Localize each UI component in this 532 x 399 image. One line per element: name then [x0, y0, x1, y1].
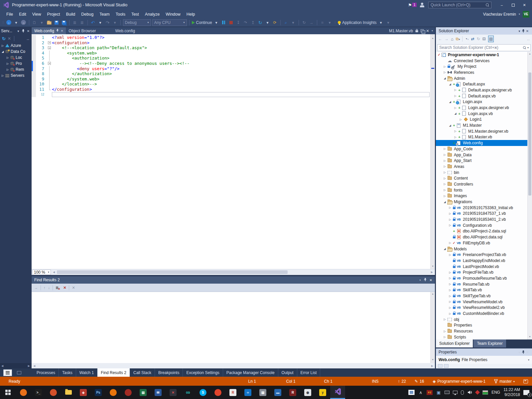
- expand-icon[interactable]: ▷: [453, 130, 458, 133]
- close-icon[interactable]: ✕: [426, 29, 429, 33]
- breakpoint-margin[interactable]: [32, 87, 36, 92]
- tree-item[interactable]: ▷Controllers: [436, 181, 532, 187]
- panel-tab-output[interactable]: Output: [278, 368, 297, 377]
- branch-indicator[interactable]: master ▴: [494, 379, 515, 384]
- panel-tab-error-list[interactable]: Error List: [297, 368, 321, 377]
- expand-icon[interactable]: ▷: [448, 253, 452, 256]
- properties-panel-header[interactable]: Properties ▾ ✕: [436, 348, 532, 356]
- menu-help[interactable]: Help: [184, 12, 198, 17]
- server-tree-item-data-co[interactable]: ◢Data Co: [0, 49, 31, 55]
- server-tree-item-rem[interactable]: ▷Rem: [0, 66, 31, 72]
- tray-panel-icon[interactable]: [408, 390, 415, 395]
- collapse-icon[interactable]: ◢: [443, 77, 447, 80]
- taskbar-app-remote-desktop[interactable]: ▬: [270, 386, 285, 399]
- undo-caret-icon[interactable]: ▾: [97, 19, 103, 26]
- breakpoint-margin[interactable]: [32, 51, 36, 56]
- forward-button[interactable]: →: [445, 37, 449, 41]
- refresh-button[interactable]: ↻: [477, 37, 480, 41]
- expand-icon[interactable]: ▷: [443, 159, 447, 162]
- menu-team[interactable]: Team: [96, 12, 113, 17]
- avatar[interactable]: VE: [523, 11, 529, 18]
- next-result-button[interactable]: ↓: [48, 286, 50, 290]
- step-into-button[interactable]: ↧: [235, 19, 241, 26]
- navigate-backward-button[interactable]: ←: [6, 19, 12, 26]
- search-options-caret-icon[interactable]: ▾: [527, 46, 529, 49]
- mouse-tray-icon[interactable]: [461, 390, 464, 395]
- fold-margin[interactable]: [47, 45, 52, 51]
- fold-margin[interactable]: [47, 66, 52, 71]
- tree-item[interactable]: ◢+Login.aspx.vb: [436, 111, 532, 117]
- expand-icon[interactable]: ▷: [443, 71, 447, 74]
- expand-icon[interactable]: ▷: [448, 283, 452, 286]
- tree-item[interactable]: ▷+M1.Master.vb: [436, 134, 532, 140]
- expand-icon[interactable]: ▷: [448, 271, 452, 274]
- expand-icon[interactable]: ▷: [448, 218, 452, 221]
- expand-icon[interactable]: ▷: [448, 277, 452, 280]
- maximize-button[interactable]: [507, 1, 519, 9]
- expand-icon[interactable]: ▷: [453, 136, 458, 139]
- taskbar-app-file-explorer[interactable]: [61, 386, 76, 399]
- tree-item[interactable]: ▷fonts: [436, 187, 532, 193]
- comment-button[interactable]: ⌗: [320, 19, 326, 26]
- server-explorer-hscrollbar[interactable]: ◀▶: [0, 363, 31, 368]
- collapse-icon[interactable]: ◢: [453, 112, 458, 115]
- start-button[interactable]: [0, 386, 16, 399]
- tree-item[interactable]: ◢Models: [436, 246, 532, 252]
- tree-item[interactable]: dbo.AllProject.data.sql: [436, 234, 532, 240]
- tree-item[interactable]: ▷VBSkillTypeTab.vb: [436, 293, 532, 299]
- categorized-view-button[interactable]: [438, 364, 443, 368]
- expand-icon[interactable]: ▷: [6, 62, 10, 65]
- expand-icon[interactable]: ▷: [459, 118, 463, 121]
- language-indicator[interactable]: ENG: [491, 390, 500, 395]
- fold-collapse-icon[interactable]: [48, 62, 51, 65]
- pin-icon[interactable]: [521, 29, 525, 33]
- new-file-caret-icon[interactable]: ▾: [39, 19, 45, 26]
- fold-margin[interactable]: [47, 35, 52, 40]
- tree-item[interactable]: ▷Resources: [436, 328, 532, 334]
- taskbar-app-app-r-light[interactable]: R: [225, 386, 240, 399]
- taskbar-app-excel-green[interactable]: ▤: [136, 386, 151, 399]
- tree-item[interactable]: +Web.config: [436, 140, 532, 146]
- expand-icon[interactable]: ▷: [453, 106, 458, 109]
- tree-item[interactable]: ▷VB201905191847537_1.vb: [436, 211, 532, 217]
- taskbar-app-terminal[interactable]: >_: [31, 386, 46, 399]
- pause-button[interactable]: [221, 19, 227, 26]
- browser-link-refresh-button[interactable]: ⟳: [272, 19, 278, 26]
- fold-margin[interactable]: [47, 71, 52, 76]
- window-list-caret-icon[interactable]: ▾: [432, 29, 433, 32]
- tree-item[interactable]: ▷VBCustomModelBinder.vb: [436, 311, 532, 317]
- breakpoint-margin[interactable]: [32, 40, 36, 46]
- tree-item[interactable]: ☁Connected Services: [436, 58, 532, 64]
- panel-tab-tasks[interactable]: Tasks: [59, 368, 76, 377]
- indent-button[interactable]: ≣: [79, 19, 85, 26]
- notification-center-icon[interactable]: 3: [523, 390, 529, 395]
- fold-margin[interactable]: [47, 56, 52, 61]
- breakpoint-margin[interactable]: [32, 45, 36, 51]
- breakpoint-margin[interactable]: [32, 71, 36, 76]
- expand-icon[interactable]: ▷: [448, 306, 452, 309]
- tree-item[interactable]: ▷VBResumeTab.vb: [436, 281, 532, 287]
- quick-launch-input[interactable]: Quick Launch (Ctrl+Q): [428, 2, 491, 8]
- tree-item[interactable]: ◢+Default.aspx: [436, 81, 532, 87]
- expand-icon[interactable]: ▷: [443, 330, 447, 333]
- alphabetical-view-button[interactable]: [444, 364, 449, 368]
- outdent-button[interactable]: ≣: [72, 19, 78, 26]
- expand-icon[interactable]: ▷: [448, 295, 452, 298]
- step-out-button[interactable]: ↥: [250, 19, 256, 26]
- network-tray-icon[interactable]: [453, 391, 458, 394]
- incoming-commits-indicator[interactable]: ↑ 22: [398, 379, 406, 384]
- fold-margin[interactable]: [47, 87, 52, 92]
- save-all-button[interactable]: [61, 19, 67, 26]
- editor-zoom-select[interactable]: 100 %▾: [32, 270, 51, 275]
- panel-menu-caret-icon[interactable]: ▾: [517, 350, 521, 354]
- expand-icon[interactable]: ▷: [448, 241, 452, 244]
- redo-caret-icon[interactable]: ▾: [112, 19, 118, 26]
- clear-all-button[interactable]: ≣: [56, 286, 59, 290]
- expand-icon[interactable]: ▷: [448, 300, 452, 303]
- close-icon[interactable]: ✕: [26, 29, 30, 33]
- resource-monitor-tray-icon[interactable]: [482, 390, 488, 395]
- pin-icon[interactable]: [424, 278, 427, 282]
- menu-file[interactable]: File: [3, 12, 16, 17]
- breakpoint-margin[interactable]: [32, 92, 36, 97]
- menu-edit[interactable]: Edit: [16, 12, 29, 17]
